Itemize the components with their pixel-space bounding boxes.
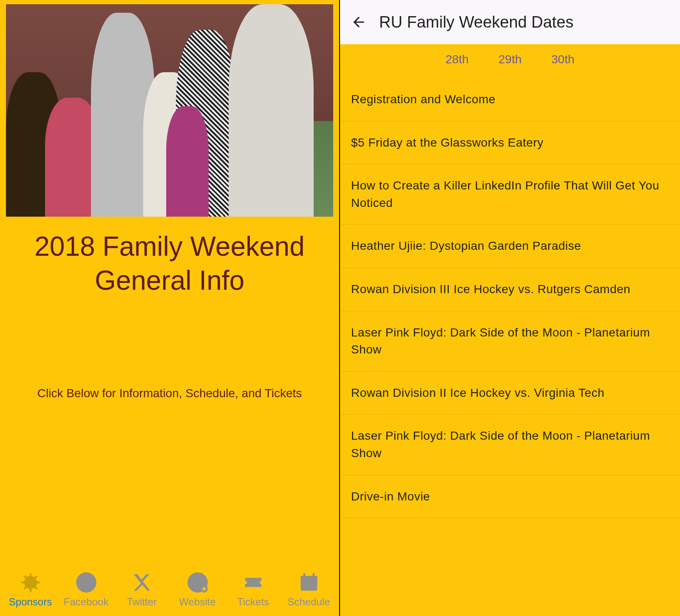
sponsors-icon: $ <box>20 571 42 593</box>
bottom-nav: $ Sponsors Facebook Twitter Website <box>0 565 339 616</box>
event-item[interactable]: Rowan Division III Ice Hockey vs. Rutger… <box>340 268 680 311</box>
twitter-x-icon <box>131 571 153 593</box>
instruction-text: Click Below for Information, Schedule, a… <box>0 387 339 400</box>
nav-website[interactable]: Website <box>172 571 223 608</box>
event-item[interactable]: Rowan Division II Ice Hockey vs. Virgini… <box>340 372 680 415</box>
event-title: Laser Pink Floyd: Dark Side of the Moon … <box>351 326 650 356</box>
event-title: Heather Ujiie: Dystopian Garden Paradise <box>351 239 581 252</box>
calendar-icon <box>298 571 320 593</box>
event-item[interactable]: $5 Friday at the Glassworks Eatery <box>340 122 680 165</box>
svg-text:$: $ <box>28 579 33 588</box>
ticket-icon <box>242 571 264 593</box>
event-item[interactable]: Laser Pink Floyd: Dark Side of the Moon … <box>340 415 680 475</box>
event-item[interactable]: Laser Pink Floyd: Dark Side of the Moon … <box>340 311 680 372</box>
event-title: How to Create a Killer LinkedIn Profile … <box>351 179 659 209</box>
globe-icon <box>187 571 209 593</box>
nav-twitter[interactable]: Twitter <box>116 571 167 608</box>
tab-29th[interactable]: 29th <box>499 53 522 66</box>
nav-sponsors[interactable]: $ Sponsors <box>5 571 56 608</box>
svg-point-9 <box>311 583 314 587</box>
event-title: Drive-in Movie <box>351 490 430 503</box>
event-title: Registration and Welcome <box>351 93 496 106</box>
hero-image <box>6 4 333 217</box>
event-title: Rowan Division III Ice Hockey vs. Rutger… <box>351 283 630 296</box>
tab-30th[interactable]: 30th <box>551 53 575 66</box>
event-item[interactable]: How to Create a Killer LinkedIn Profile … <box>340 164 680 225</box>
event-title: Laser Pink Floyd: Dark Side of the Moon … <box>351 429 650 460</box>
back-button[interactable] <box>348 12 369 32</box>
event-item[interactable]: Drive-in Movie <box>340 475 680 519</box>
svg-rect-6 <box>300 576 317 580</box>
appbar: RU Family Weekend Dates <box>340 0 680 44</box>
nav-label: Twitter <box>127 596 157 608</box>
general-info-screen: 2018 Family Weekend General Info Click B… <box>0 0 340 616</box>
svg-rect-7 <box>303 573 305 578</box>
nav-tickets[interactable]: Tickets <box>228 571 279 608</box>
nav-schedule[interactable]: Schedule <box>283 571 334 608</box>
nav-label: Facebook <box>64 596 108 608</box>
event-title: Rowan Division II Ice Hockey vs. Virgini… <box>351 386 604 399</box>
appbar-title: RU Family Weekend Dates <box>379 13 574 31</box>
page-title: 2018 Family Weekend General Info <box>0 229 339 297</box>
nav-label: Sponsors <box>9 596 52 608</box>
event-item[interactable]: Registration and Welcome <box>340 78 680 122</box>
event-item[interactable]: Heather Ujiie: Dystopian Garden Paradise <box>340 225 680 268</box>
nav-label: Tickets <box>237 596 269 608</box>
facebook-icon <box>75 571 97 593</box>
svg-rect-8 <box>312 573 314 578</box>
nav-label: Schedule <box>287 596 330 608</box>
event-title: $5 Friday at the Glassworks Eatery <box>351 136 544 149</box>
nav-facebook[interactable]: Facebook <box>61 571 112 608</box>
date-tabs: 28th 29th 30th <box>340 44 680 78</box>
event-list: Registration and Welcome $5 Friday at th… <box>340 78 680 616</box>
tab-28th[interactable]: 28th <box>445 53 469 66</box>
back-arrow-icon <box>351 14 367 30</box>
dates-screen: RU Family Weekend Dates 28th 29th 30th R… <box>340 0 680 616</box>
nav-label: Website <box>179 596 215 608</box>
